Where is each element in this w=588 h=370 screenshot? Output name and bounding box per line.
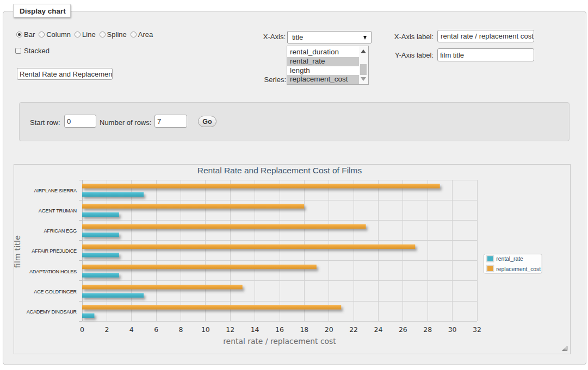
- stacked-row: Stacked: [15, 47, 49, 54]
- series-option-rental_rate[interactable]: rental_rate: [287, 57, 359, 66]
- svg-text:ACE GOLDFINGER: ACE GOLDFINGER: [34, 289, 77, 294]
- svg-text:6: 6: [154, 325, 158, 334]
- svg-text:AFRICAN EGG: AFRICAN EGG: [44, 228, 77, 234]
- svg-text:4: 4: [129, 325, 134, 334]
- svg-text:AIRPLANE SIERRA: AIRPLANE SIERRA: [34, 188, 78, 193]
- chart-container: Rental Rate and Replacement Cost of Film…: [14, 164, 571, 354]
- chart-type-radio-line[interactable]: [75, 32, 81, 37]
- svg-text:20: 20: [325, 325, 333, 334]
- chart-type-radio-spline[interactable]: [100, 32, 106, 37]
- x-axis-select-label: X-Axis:: [228, 33, 286, 41]
- go-button[interactable]: Go: [198, 116, 216, 127]
- series-listbox[interactable]: rental_durationrental_ratelengthreplacem…: [287, 46, 369, 85]
- x-axis-label-label: X-Axis label:: [375, 33, 434, 41]
- x-axis-select[interactable]: title: [287, 31, 372, 43]
- bar-chart: Rental Rate and Replacement Cost of Film…: [14, 165, 570, 354]
- scrollbar-down-icon[interactable]: [361, 77, 366, 81]
- svg-text:Rental Rate and Replacement Co: Rental Rate and Replacement Cost of Film…: [197, 166, 362, 175]
- series-option-rental_duration[interactable]: rental_duration: [287, 48, 359, 57]
- svg-text:2: 2: [104, 325, 109, 334]
- series-option-replacement_cost[interactable]: replacement_cost: [287, 75, 359, 84]
- chart-type-option-line: Line: [75, 30, 96, 39]
- page: Display chart BarColumnLineSplineArea St…: [0, 0, 588, 370]
- chart-type-radio-label: Spline: [107, 30, 127, 39]
- svg-text:30: 30: [448, 325, 457, 334]
- svg-text:AFFAIR PREJUDICE: AFFAIR PREJUDICE: [32, 248, 77, 254]
- svg-text:ADAPTATION HOLES: ADAPTATION HOLES: [29, 269, 77, 274]
- svg-text:22: 22: [349, 325, 358, 334]
- svg-text:8: 8: [179, 325, 183, 334]
- start-row-input[interactable]: 0: [64, 115, 96, 128]
- svg-text:rental rate / replacement cost: rental rate / replacement cost: [223, 337, 336, 346]
- chart-title-input[interactable]: Rental Rate and Replacement Cost of Film…: [17, 68, 113, 80]
- scrollbar-thumb[interactable]: [360, 64, 367, 75]
- svg-text:replacement_cost: replacement_cost: [496, 266, 541, 272]
- num-rows-label: Number of rows:: [100, 118, 151, 127]
- chart-type-radio-column[interactable]: [39, 32, 45, 37]
- svg-text:rental_rate: rental_rate: [496, 256, 523, 262]
- svg-text:28: 28: [423, 325, 432, 334]
- svg-text:ACADEMY DINOSAUR: ACADEMY DINOSAUR: [27, 309, 77, 315]
- stacked-label: Stacked: [24, 47, 49, 55]
- svg-text:32: 32: [473, 325, 481, 334]
- svg-text:10: 10: [201, 325, 210, 334]
- svg-text:film title: film title: [14, 235, 22, 268]
- chart-type-radio-group: BarColumnLineSplineArea: [16, 30, 157, 39]
- svg-text:12: 12: [226, 325, 234, 334]
- svg-text:14: 14: [251, 325, 259, 334]
- chart-type-option-area: Area: [131, 30, 153, 39]
- series-option-length[interactable]: length: [287, 66, 359, 76]
- x-axis-label-input[interactable]: rental rate / replacement cost: [437, 30, 534, 42]
- chart-type-option-column: Column: [39, 30, 71, 39]
- chart-type-option-spline: Spline: [100, 30, 127, 39]
- series-select-label: Series:: [228, 76, 286, 84]
- svg-text:24: 24: [374, 325, 383, 334]
- resize-grip-icon[interactable]: [561, 345, 568, 352]
- listbox-scrollbar[interactable]: [359, 46, 368, 84]
- chart-type-radio-area[interactable]: [131, 32, 137, 37]
- stacked-checkbox[interactable]: [15, 48, 21, 54]
- chart-type-radio-bar[interactable]: [16, 32, 22, 37]
- y-axis-label-input[interactable]: film title: [437, 48, 534, 61]
- start-row-label: Start row:: [30, 118, 60, 127]
- chart-type-option-bar: Bar: [16, 30, 35, 39]
- svg-text:26: 26: [399, 325, 407, 334]
- svg-text:18: 18: [300, 325, 308, 334]
- chart-type-radio-label: Bar: [24, 30, 35, 39]
- x-axis-select-value: title: [292, 33, 303, 41]
- chart-type-radio-label: Column: [46, 30, 71, 39]
- svg-text:16: 16: [275, 325, 284, 334]
- dropdown-arrow-icon: [363, 36, 367, 40]
- y-axis-label-label: Y-Axis label:: [375, 51, 434, 59]
- fieldset-legend: Display chart: [13, 4, 71, 17]
- svg-text:0: 0: [80, 325, 84, 334]
- svg-text:AGENT TRUMAN: AGENT TRUMAN: [39, 208, 77, 214]
- chart-type-radio-label: Line: [82, 30, 96, 39]
- num-rows-input[interactable]: 7: [154, 115, 187, 128]
- chart-type-radio-label: Area: [138, 30, 153, 39]
- scrollbar-up-icon[interactable]: [361, 49, 366, 53]
